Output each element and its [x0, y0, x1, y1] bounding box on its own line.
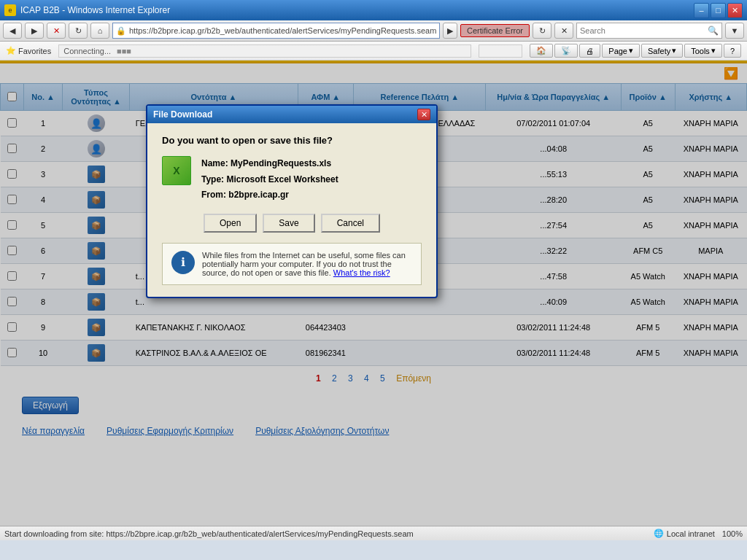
- page-button[interactable]: Page ▾: [602, 44, 640, 58]
- file-download-dialog: File Download ✕ Do you want to open or s…: [146, 104, 438, 298]
- save-button[interactable]: Save: [263, 214, 314, 233]
- stop-button2[interactable]: ✕: [554, 23, 573, 39]
- safety-button[interactable]: Safety ▾: [641, 44, 683, 58]
- zoom-label: 100%: [722, 529, 743, 538]
- search-options-button[interactable]: ▼: [725, 23, 744, 39]
- security-label: Local intranet: [667, 529, 715, 538]
- star-icon: ⭐: [6, 46, 16, 55]
- search-bar[interactable]: 🔍: [576, 23, 722, 39]
- stop-button[interactable]: ✕: [47, 23, 66, 39]
- dialog-close-button[interactable]: ✕: [417, 109, 430, 120]
- file-type: Microsoft Excel Worksheet: [226, 174, 338, 184]
- dialog-question: Do you want to open or save this file?: [162, 135, 422, 146]
- help-button[interactable]: ?: [724, 44, 741, 58]
- open-button[interactable]: Open: [204, 214, 257, 233]
- tab-area: [479, 44, 522, 58]
- dialog-warning: ℹ While files from the Internet can be u…: [162, 243, 422, 285]
- file-icon: [162, 156, 191, 185]
- window-title: ICAP B2B - Windows Internet Explorer: [20, 5, 170, 15]
- cancel-button[interactable]: Cancel: [321, 214, 380, 233]
- home-button[interactable]: ⌂: [90, 23, 109, 39]
- dialog-body: Do you want to open or save this file? N…: [147, 123, 436, 297]
- address-bar[interactable]: 🔒: [112, 23, 440, 39]
- name-label: Name:: [201, 158, 228, 168]
- type-label: Type:: [201, 174, 224, 184]
- warning-text: While files from the Internet can be use…: [202, 251, 412, 277]
- back-button[interactable]: ◀: [3, 23, 22, 39]
- go-button[interactable]: ▶: [443, 23, 457, 39]
- favorites-bar: ⭐ Favorites Connecting... ■■■ 🏠 📡 🖨 Page…: [0, 42, 747, 61]
- whats-the-risk-link[interactable]: What's the risk?: [333, 268, 390, 277]
- dialog-titlebar: File Download ✕: [147, 106, 436, 123]
- file-name: MyPendingRequests.xls: [231, 158, 331, 168]
- close-button[interactable]: ✕: [727, 3, 743, 18]
- browser-toolbar: ◀ ▶ ✕ ↻ ⌂ 🔒 ▶ Certificate Error ↻ ✕ 🔍 ▼: [0, 20, 747, 42]
- home-button2[interactable]: 🏠: [530, 44, 553, 58]
- security-zone: 🌐 Local intranet: [654, 529, 715, 538]
- refresh-button2[interactable]: ↻: [533, 23, 551, 39]
- print-button[interactable]: 🖨: [579, 44, 600, 58]
- status-text: Start downloading from site: https://b2b…: [4, 529, 646, 538]
- zoom-control[interactable]: 100%: [722, 529, 743, 538]
- window-controls: – □ ✕: [694, 3, 743, 18]
- connecting-status: Connecting... ■■■: [58, 44, 471, 58]
- forward-button[interactable]: ▶: [25, 23, 44, 39]
- cert-error-badge[interactable]: Certificate Error: [460, 24, 530, 37]
- from-label: From:: [201, 190, 226, 200]
- main-content-area: 🔽 No. ▲ ΤύποςΟντότητας ▲ Οντότητα ▲ ΑΦΜ …: [0, 61, 747, 526]
- search-input[interactable]: [577, 26, 705, 35]
- dialog-title: File Download: [153, 109, 212, 120]
- file-from: b2bpre.icap.gr: [228, 190, 289, 200]
- refresh-button[interactable]: ↻: [69, 23, 88, 39]
- restore-button[interactable]: □: [711, 3, 726, 18]
- favorites-button[interactable]: ⭐ Favorites: [6, 46, 51, 55]
- status-bar: Start downloading from site: https://b2b…: [0, 526, 747, 540]
- file-details: Name: MyPendingRequests.xls Type: Micros…: [201, 156, 338, 203]
- browser-icon: e: [4, 4, 16, 16]
- dialog-file-info: Name: MyPendingRequests.xls Type: Micros…: [162, 156, 422, 203]
- dialog-buttons: Open Save Cancel: [162, 214, 422, 233]
- warning-icon: ℹ: [171, 251, 195, 274]
- ie-content-frame: 🔽 No. ▲ ΤύποςΟντότητας ▲ Οντότητα ▲ ΑΦΜ …: [0, 61, 747, 526]
- search-icon[interactable]: 🔍: [705, 26, 721, 36]
- minimize-button[interactable]: –: [694, 3, 709, 18]
- dialog-overlay: File Download ✕ Do you want to open or s…: [0, 61, 747, 526]
- title-bar: e ICAP B2B - Windows Internet Explorer –…: [0, 0, 747, 20]
- feeds-button[interactable]: 📡: [554, 44, 578, 58]
- globe-icon: 🌐: [654, 529, 664, 538]
- address-input[interactable]: [129, 26, 436, 35]
- tools-button[interactable]: Tools ▾: [684, 44, 722, 58]
- browser-toolbar-right: 🏠 📡 🖨 Page ▾ Safety ▾ Tools ▾ ?: [530, 44, 741, 58]
